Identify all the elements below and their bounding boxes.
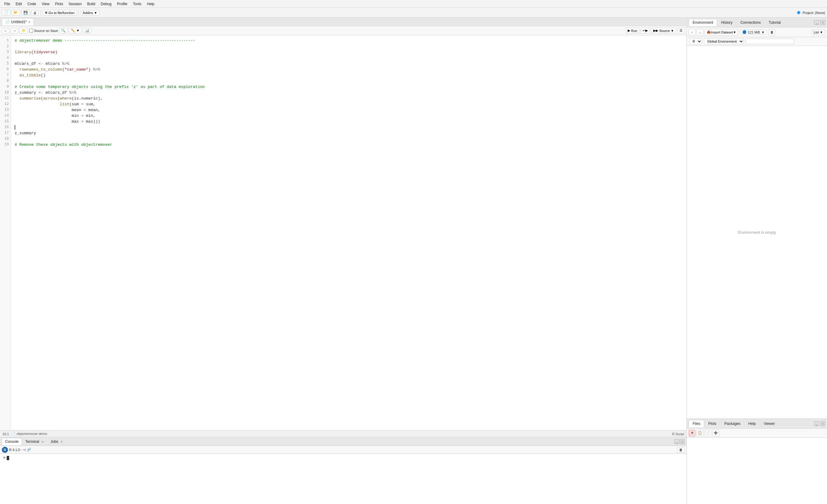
goto-icon: ⊕ [45,11,48,15]
cursor-position: 16:1 [2,432,9,436]
tab-doc-icon: 📄 [5,20,10,24]
files-minimize[interactable]: _ [814,421,819,426]
right-bottom-panel: Files Plots Packages Help Viewer _ □ [687,419,827,504]
files-paste-btn[interactable]: 📄 [704,430,711,437]
menu-file[interactable]: File [2,1,12,7]
menu-session[interactable]: Session [66,1,84,7]
env-load-btn[interactable]: ↑ [689,29,695,36]
code-tools-btn[interactable]: ✏️ ▼ [69,28,82,34]
console-clear-btn[interactable]: 🗑 [677,447,685,453]
r-logo: R [2,447,8,453]
right-panel: Environment History Connections Tutorial… [687,18,827,504]
import-icon: 📥 [707,30,711,34]
open-file-btn[interactable]: 📂 [11,10,20,15]
tab-jobs[interactable]: Jobs ✕ [47,438,66,445]
menu-bar: File Edit Code View Plots Session Build … [0,0,827,8]
search-btn[interactable]: 🔍 [59,28,68,34]
tab-connections[interactable]: Connections [736,19,765,26]
source-dropdown: ▼ [671,29,674,33]
editor-area: 📄 Untitled1* ✕ ← → 📁 Source on Save 🔍 ✏️… [0,18,686,437]
print-btn[interactable]: 🖨 [31,10,39,15]
tab-plots[interactable]: Plots [704,420,720,427]
menu-code[interactable]: Code [25,1,39,7]
env-maximize[interactable]: □ [820,20,825,25]
tab-terminal[interactable]: Terminal ✕ [22,438,47,445]
jobs-close[interactable]: ✕ [60,440,63,443]
addins-btn[interactable]: Addins ▼ [81,10,100,15]
console-area: Console Terminal ✕ Jobs ✕ _ □ R R 4.1.0 … [0,437,686,504]
source-btn[interactable]: ▶▶ Source ▼ [651,28,676,34]
back-btn[interactable]: ← [2,28,9,34]
source-btn-label: Source [659,29,670,33]
files-win-controls: _ □ [814,421,825,426]
menu-view[interactable]: View [39,1,52,7]
doc-outline-btn[interactable]: ☰ [677,28,685,34]
run-label: Run [631,29,637,33]
menu-debug[interactable]: Debug [98,1,114,7]
line-numbers: 12345 678910 1112131415 16171819 [0,35,11,430]
console-toolbar: R R 4.1.0 · ~/ 🔗 🗑 [0,446,686,454]
mem-value: 121 MiB [748,31,760,34]
editor-tab-untitled1[interactable]: 📄 Untitled1* ✕ [2,18,34,25]
menu-profile[interactable]: Profile [114,1,130,7]
console-minimize[interactable]: _ [674,439,679,444]
list-btn[interactable]: List ▼ [812,30,825,35]
tab-environment[interactable]: Environment [689,19,717,26]
forward-btn[interactable]: → [11,28,18,34]
tab-history[interactable]: History [717,19,736,26]
source-on-save-checkbox[interactable]: Source on Save [29,29,58,33]
new-file-btn[interactable]: 📄 [2,10,10,15]
tab-console[interactable]: Console [2,438,22,445]
menu-edit[interactable]: Edit [13,1,25,7]
tab-tutorial[interactable]: Tutorial [765,19,785,26]
tab-viewer[interactable]: Viewer [760,420,779,427]
run-btn[interactable]: ▶ Run [626,28,639,34]
console-content[interactable]: > [0,454,686,504]
terminal-close[interactable]: ✕ [41,440,44,443]
files-copy-btn[interactable]: 📋 [696,430,703,437]
menu-plots[interactable]: Plots [53,1,66,7]
global-env-select[interactable]: Global Environment [704,38,744,45]
tab-close-btn[interactable]: ✕ [28,20,31,24]
code-content[interactable]: # objectremover demo -------------------… [11,35,686,430]
console-prompt: > [3,456,683,460]
save-btn[interactable]: 💾 [21,10,30,15]
files-delete-btn[interactable]: ✕ [689,430,695,437]
left-panel: 📄 Untitled1* ✕ ← → 📁 Source on Save 🔍 ✏️… [0,18,687,504]
compile-btn[interactable]: 📊 [83,28,91,34]
tab-title: Untitled1* [11,20,27,24]
files-maximize[interactable]: □ [820,421,825,426]
goto-label: Go to file/function [48,11,75,15]
r-version: R 4.1.0 · ~/ [9,448,26,452]
show-in-files-btn[interactable]: 📁 [19,28,28,34]
right-bottom-tab-bar: Files Plots Packages Help Viewer _ □ [687,419,827,429]
tab-packages[interactable]: Packages [720,420,744,427]
tab-help[interactable]: Help [744,420,760,427]
prompt-symbol: > [3,456,5,460]
env-toolbar: ↑ ↓ 📥 Import Dataset ▼ 🔵 121 MiB ▼ 🗑 Lis… [687,27,827,37]
files-new-btn[interactable]: ➕ [713,430,719,437]
env-language-select[interactable]: R [689,38,702,45]
console-win-controls: _ □ [674,439,685,444]
import-label: Import Dataset [711,31,733,34]
global-env-bar: R Global Environment [687,37,827,46]
prompt-cursor [7,456,9,460]
env-import-btn[interactable]: 📥 Import Dataset ▼ [704,29,738,36]
menu-tools[interactable]: Tools [131,1,144,7]
sep2 [79,10,79,16]
env-search-input[interactable] [746,39,794,44]
goto-btn[interactable]: ⊕ Go to file/function [43,10,77,15]
re-run-btn[interactable]: ↩▶ [640,28,650,34]
source-checkbox-input[interactable] [29,29,33,33]
dir-link[interactable]: 🔗 [27,448,31,452]
menu-help[interactable]: Help [144,1,157,7]
env-save-btn[interactable]: ↓ [696,29,703,36]
tab-files[interactable]: Files [689,420,704,427]
global-toolbar: 📄 📂 💾 🖨 ⊕ Go to file/function Addins ▼ 🔷… [0,8,827,18]
env-clear-btn[interactable]: 🗑 [769,29,775,36]
env-minimize[interactable]: _ [814,20,819,25]
menu-build[interactable]: Build [85,1,98,7]
console-maximize[interactable]: □ [680,439,685,444]
editor-toolbar: ← → 📁 Source on Save 🔍 ✏️ ▼ 📊 ▶ Run ↩▶ [0,26,686,35]
code-editor[interactable]: 12345 678910 1112131415 16171819 # objec… [0,35,686,430]
